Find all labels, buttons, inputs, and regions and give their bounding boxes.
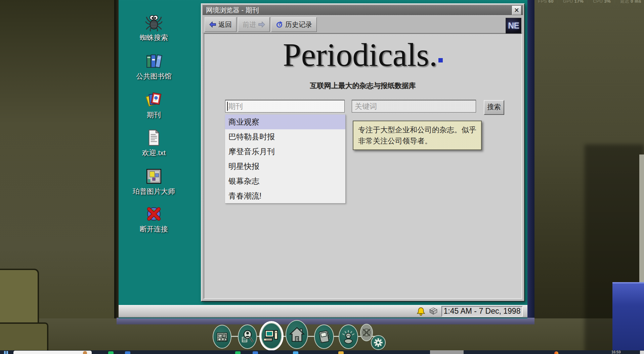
- result-item[interactable]: 明星快报: [225, 159, 345, 174]
- desktop-icon-label: 公共图书馆: [132, 72, 176, 81]
- search-button[interactable]: 搜索: [484, 100, 504, 115]
- monitor-screen: 蜘蛛搜索 公共图书馆 期刊: [119, 0, 527, 318]
- text-caret: [227, 102, 228, 111]
- show-desktop-button[interactable]: [640, 351, 644, 354]
- results-dropdown: 商业观察 巴特勒县时报 摩登音乐月刊 明星快报 银幕杂志 青春潮流!: [225, 115, 346, 204]
- taskbar-search-input[interactable]: [13, 351, 92, 354]
- dock-item-person-search[interactable]: [238, 324, 257, 349]
- printer-icon[interactable]: [428, 307, 438, 316]
- os-taskbar: 16:59: [0, 350, 644, 354]
- taskbar-browser-icon[interactable]: [554, 351, 558, 354]
- blue-box-prop: [612, 282, 644, 354]
- taskbar-app-icon[interactable]: [293, 351, 298, 354]
- desktop-icon-welcome-txt[interactable]: 欢迎.txt: [132, 129, 176, 158]
- page-subtitle: 互联网上最大的杂志与报纸数据库: [204, 81, 521, 90]
- home-icon: [289, 326, 305, 343]
- spider-icon: [145, 13, 163, 32]
- page-title: Periodicals.: [204, 36, 521, 74]
- dock-item-notebook[interactable]: [314, 324, 334, 349]
- dock-item-home[interactable]: [286, 320, 308, 349]
- browser-window: 网境浏览器 - 期刊 ✕ 返回 前进: [201, 3, 525, 302]
- desktop-icon-label: 断开连接: [132, 224, 176, 234]
- desktop-icon-label: 欢迎.txt: [132, 148, 176, 158]
- taskbar-app-icon[interactable]: [125, 351, 130, 354]
- result-item[interactable]: 青春潮流!: [225, 188, 345, 203]
- text-file-icon: [145, 129, 163, 147]
- taskbar-app-icon[interactable]: [235, 351, 241, 354]
- ne-browser-logo: NE: [506, 18, 521, 34]
- system-statusbar: 1:45 AM - 7 Dec, 1998: [119, 305, 527, 318]
- couch-base-prop: [0, 322, 48, 354]
- result-tooltip: 专注于大型企业和公司的杂志。似乎非常关注公司领导者。: [353, 121, 482, 150]
- desktop-icon-spider-search[interactable]: 蜘蛛搜索: [132, 13, 176, 42]
- datetime-display: 1:45 AM - 7 Dec, 1998: [441, 306, 523, 317]
- window-titlebar[interactable]: 网境浏览器 - 期刊: [203, 5, 523, 15]
- performance-stats: FPS 60| GPU 17%| CPU 3%| 延迟 0 ms: [538, 0, 641, 4]
- monitor-bezel-right: [526, 0, 534, 318]
- magazines-icon: [145, 91, 163, 109]
- notebook-icon: [317, 329, 331, 344]
- periodical-field-wrap: [225, 100, 345, 113]
- close-button[interactable]: ✕: [512, 6, 521, 15]
- page-content: Periodicals. 互联网上最大的杂志与报纸数据库 搜索 商业观察 巴特勒…: [204, 33, 522, 299]
- taskbar-clock[interactable]: 16:59: [611, 350, 621, 354]
- game-screenshot: { "stats": { "fps_label": "FPS", "fps_va…: [0, 0, 644, 354]
- forward-arrow-icon: [258, 21, 265, 28]
- back-button[interactable]: 返回: [205, 17, 237, 32]
- taskbar-window-segment: [430, 350, 464, 354]
- blue-square-ornament: [438, 58, 443, 62]
- person-search-icon: [241, 330, 254, 344]
- result-item[interactable]: 巴特勒县时报: [225, 129, 345, 144]
- dock-item-globe-crossed[interactable]: [360, 324, 373, 341]
- desktop-icon-disconnect[interactable]: 断开连接: [132, 205, 176, 234]
- desktop-icon-public-library[interactable]: 公共图书馆: [132, 52, 176, 81]
- taskbar-avatar: [83, 351, 87, 354]
- taskbar-app-icon[interactable]: [338, 351, 344, 354]
- books-icon: [145, 52, 163, 70]
- desktop-icon-label: 珀普图片大师: [132, 187, 176, 196]
- picture-app-icon: [145, 167, 163, 185]
- dock-item-settings[interactable]: [371, 335, 386, 350]
- monitor-bezel-bottom: [117, 318, 534, 324]
- keyword-input[interactable]: [352, 100, 476, 113]
- desktop-icon-picture-master[interactable]: 珀普图片大师: [132, 167, 176, 196]
- dock-item-bulletin-board[interactable]: [213, 325, 231, 349]
- bell-icon[interactable]: [417, 307, 425, 316]
- monitor-bezel-left: [114, 0, 119, 318]
- start-button[interactable]: [4, 351, 8, 354]
- globe-crossed-icon: [362, 328, 371, 337]
- duck-icon: [341, 329, 356, 345]
- bulletin-board-icon: [216, 330, 228, 343]
- browser-toolbar: 返回 前进 历史记录: [203, 16, 523, 33]
- desktop-icon-label: 期刊: [132, 110, 176, 120]
- window-title: 网境浏览器 - 期刊: [206, 6, 259, 14]
- computer-icon: [264, 329, 279, 343]
- desktop-icon-label: 蜘蛛搜索: [132, 33, 176, 42]
- taskbar-app-icon[interactable]: [108, 351, 114, 354]
- result-item[interactable]: 银幕杂志: [225, 174, 345, 188]
- couch-prop: [0, 269, 39, 328]
- history-icon: [276, 21, 283, 28]
- dock-item-duck[interactable]: [339, 324, 358, 349]
- forward-button[interactable]: 前进: [238, 17, 270, 32]
- globe-disconnect-icon: [145, 205, 163, 223]
- result-item[interactable]: 摩登音乐月刊: [225, 144, 345, 159]
- keyword-field-wrap: [352, 100, 476, 113]
- taskbar-app-icon[interactable]: [253, 351, 258, 354]
- result-item[interactable]: 商业观察: [225, 115, 345, 129]
- periodical-input[interactable]: [225, 100, 345, 113]
- dock-item-computer[interactable]: [261, 323, 282, 349]
- back-arrow-icon: [209, 21, 216, 28]
- desktop-icon-periodicals[interactable]: 期刊: [132, 91, 176, 120]
- history-button[interactable]: 历史记录: [271, 17, 317, 32]
- gear-icon: [373, 338, 383, 348]
